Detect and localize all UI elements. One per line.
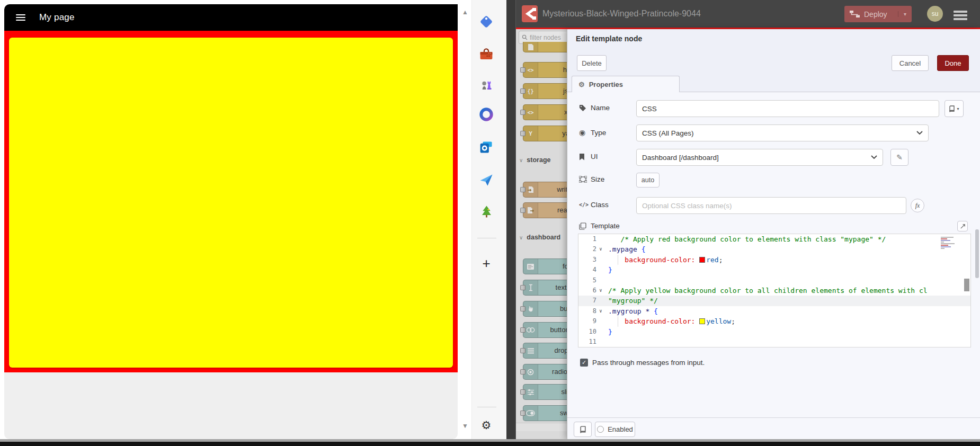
- tray-title: Edit template node: [576, 34, 642, 43]
- code-line-8: 8∨.mygroup * {: [578, 306, 970, 316]
- dashboard-empty-area: [4, 372, 458, 439]
- editor-scrollbar[interactable]: [964, 279, 969, 291]
- type-field-label: ◉ Type: [579, 128, 606, 137]
- deploy-button[interactable]: Deploy ▾: [844, 6, 912, 22]
- enabled-toggle-button[interactable]: Enabled: [595, 422, 635, 437]
- code-line-9: 9 background-color: yellow;: [578, 316, 970, 326]
- scroll-down-icon[interactable]: ▼: [459, 422, 471, 430]
- toolbox-icon[interactable]: [479, 47, 494, 62]
- chevron-down-icon: [871, 155, 877, 159]
- deploy-icon: [850, 11, 860, 17]
- class-expression-button[interactable]: fx: [911, 199, 924, 212]
- tab-properties[interactable]: ⚙ Properties: [572, 76, 680, 92]
- size-field-label: Size: [579, 175, 604, 183]
- code-icon: </>: [579, 202, 589, 208]
- expand-icon: [960, 224, 966, 229]
- editor-minimap: [940, 234, 958, 266]
- dashboard-group-card: [9, 38, 453, 368]
- fold-icon: [596, 255, 605, 265]
- name-input[interactable]: [636, 100, 939, 117]
- target-icon: ◉: [579, 128, 589, 137]
- type-select[interactable]: CSS (All Pages): [636, 124, 929, 141]
- library-button[interactable]: ▾: [945, 100, 964, 117]
- status-circle-icon: [597, 426, 604, 433]
- microsoft-365-icon[interactable]: [479, 107, 494, 122]
- code-line-5: 5: [578, 275, 970, 286]
- tree-icon[interactable]: [479, 204, 494, 219]
- book-icon: [580, 426, 586, 433]
- passthrough-checkbox[interactable]: ✓: [580, 359, 588, 367]
- name-field-label: Name: [579, 104, 610, 112]
- fold-icon: ∨: [596, 244, 605, 254]
- fold-icon: [596, 337, 605, 347]
- expand-editor-button[interactable]: [957, 221, 968, 231]
- screen: My page ▲ ▼ + ⚙: [0, 0, 980, 446]
- done-button[interactable]: Done: [937, 55, 969, 71]
- sidebar-settings-icon[interactable]: ⚙: [479, 418, 494, 433]
- sidebar-divider: [477, 238, 496, 238]
- code-line-2: 2∨.mypage {: [578, 244, 970, 254]
- messaging-icon[interactable]: [479, 173, 494, 188]
- code-line-10: 10}: [578, 327, 970, 337]
- fold-icon: [596, 316, 605, 326]
- code-line-4: 4}: [578, 265, 970, 275]
- add-sidebar-item-icon[interactable]: +: [479, 256, 494, 271]
- flow-title: Mysterious-Black-Winged-Pratincole-9044: [542, 0, 701, 28]
- games-icon[interactable]: [479, 77, 494, 92]
- bookmark-icon: [579, 153, 589, 160]
- gear-icon: ⚙: [578, 81, 585, 88]
- deploy-label: Deploy: [864, 10, 887, 19]
- dashboard-menu-icon[interactable]: [16, 13, 25, 22]
- node-palette: <>html{}json<>xmlYyaml∨storagewrite file…: [516, 29, 567, 440]
- cancel-button[interactable]: Cancel: [892, 55, 929, 71]
- ui-select[interactable]: Dashboard [/dashboard]: [636, 149, 883, 166]
- node-library-button[interactable]: [574, 422, 592, 437]
- fold-icon: [596, 327, 605, 337]
- ui-field-label: UI: [579, 153, 598, 160]
- class-input[interactable]: [636, 197, 906, 214]
- shopping-tag-icon[interactable]: [479, 14, 494, 29]
- fold-icon: [596, 234, 605, 244]
- passthrough-label: Pass through messages from input.: [592, 359, 705, 367]
- fold-icon: ∨: [596, 306, 605, 316]
- fold-icon: [596, 296, 605, 306]
- main-menu-icon[interactable]: [954, 9, 967, 22]
- template-code-editor[interactable]: 1 /* Apply red background color to eleme…: [578, 234, 971, 347]
- browser-scrollbar[interactable]: ▲ ▼: [459, 0, 471, 440]
- tag-icon: [579, 104, 589, 112]
- fold-icon: [596, 275, 605, 286]
- code-line-11: 11: [578, 337, 970, 347]
- nodered-window: Mysterious-Black-Winged-Pratincole-9044 …: [516, 0, 980, 440]
- size-button[interactable]: auto: [636, 173, 660, 188]
- browser-sidebar: + ⚙: [471, 0, 506, 440]
- dashboard-page-title: My page: [39, 12, 75, 23]
- user-avatar[interactable]: su: [927, 6, 943, 22]
- edit-node-tray: Edit template node Delete Cancel Done ⚙ …: [567, 29, 980, 440]
- chevron-down-icon: [916, 131, 923, 135]
- tray-tabs: ⚙ Properties: [567, 76, 980, 92]
- object-group-icon: [579, 176, 589, 183]
- pencil-icon: ✎: [896, 153, 903, 162]
- tray-footer-divider: [567, 417, 980, 418]
- outlook-icon[interactable]: [479, 140, 494, 155]
- edit-ui-button[interactable]: ✎: [890, 149, 908, 166]
- taskbar-strip: [0, 442, 980, 446]
- code-line-3: 3 background-color: red;: [578, 255, 970, 265]
- sidebar-divider: [477, 407, 496, 407]
- tray-scrollbar[interactable]: [975, 229, 979, 278]
- scroll-up-icon[interactable]: ▲: [459, 8, 471, 16]
- dashboard-header: My page: [4, 4, 458, 31]
- fold-icon: ∨: [596, 286, 605, 296]
- color-swatch: [699, 318, 705, 324]
- code-line-7: 7"mygroup" */: [578, 296, 970, 306]
- color-swatch: [699, 257, 705, 263]
- deploy-options-caret[interactable]: ▾: [898, 11, 912, 17]
- code-line-1: 1 /* Apply red background color to eleme…: [578, 234, 970, 244]
- fold-icon: [596, 265, 605, 275]
- delete-button[interactable]: Delete: [577, 55, 607, 71]
- class-field-label: </> Class: [579, 201, 609, 209]
- nodered-header: Mysterious-Black-Winged-Pratincole-9044 …: [516, 0, 980, 28]
- window-divider: [506, 0, 516, 442]
- template-field-label: Template: [579, 222, 620, 230]
- code-line-6: 6∨/* Apply yellow background color to al…: [578, 286, 970, 296]
